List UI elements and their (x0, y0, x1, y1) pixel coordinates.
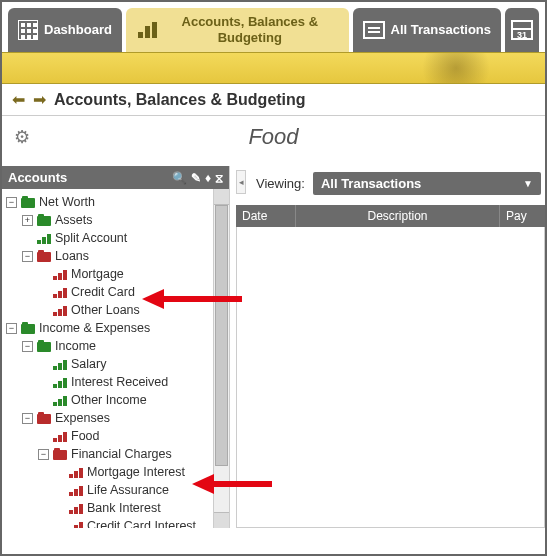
scroll-up-icon[interactable] (214, 189, 229, 205)
main-split: Accounts 🔍 ✎ ♦ ⧖ −Net Worth +Assets Spli… (2, 166, 545, 528)
account-icon (69, 503, 83, 514)
tree-node-bank-interest[interactable]: Bank Interest (2, 499, 213, 517)
viewing-dropdown[interactable]: All Transactions ▼ (313, 172, 541, 195)
account-icon (69, 485, 83, 496)
transactions-panel: ◂ Viewing: All Transactions ▼ Date Descr… (230, 166, 545, 528)
tab-label: Dashboard (44, 22, 112, 38)
account-icon (53, 269, 67, 280)
account-icon (53, 305, 67, 316)
folder-icon (21, 197, 35, 208)
grid-body (236, 227, 545, 528)
tab-label: Accounts, Balances & Budgeting (161, 14, 339, 45)
edit-icon[interactable]: ✎ (191, 171, 201, 185)
expander-icon[interactable]: + (22, 215, 33, 226)
tab-accounts-balances-budgeting[interactable]: Accounts, Balances & Budgeting (126, 8, 349, 52)
account-icon (53, 359, 67, 370)
account-icon (53, 377, 67, 388)
nav-forward-icon[interactable]: ➡ (33, 90, 46, 109)
account-icon (53, 395, 67, 406)
tree-node-income-expenses[interactable]: −Income & Expenses (2, 319, 213, 337)
content-header: ⚙ Food (2, 116, 545, 166)
viewing-row: Viewing: All Transactions ▼ (236, 166, 545, 205)
grid-icon (18, 20, 38, 40)
breadcrumb-bar: ⬅ ➡ Accounts, Balances & Budgeting (2, 84, 545, 116)
expander-icon[interactable]: − (22, 341, 33, 352)
sidebar-scrollbar[interactable] (213, 189, 229, 528)
account-icon (37, 233, 51, 244)
tab-all-transactions[interactable]: All Transactions (353, 8, 501, 52)
tree-node-mortgage[interactable]: Mortgage (2, 265, 213, 283)
breadcrumb-title: Accounts, Balances & Budgeting (54, 91, 306, 109)
accounts-tree: −Net Worth +Assets Split Account −Loans … (2, 189, 213, 528)
column-date[interactable]: Date (236, 205, 296, 227)
tree-node-net-worth[interactable]: −Net Worth (2, 193, 213, 211)
viewing-label: Viewing: (256, 176, 305, 191)
folder-icon (37, 341, 51, 352)
expander-icon[interactable]: − (22, 251, 33, 262)
viewing-value: All Transactions (321, 176, 421, 191)
scroll-thumb[interactable] (215, 205, 228, 466)
tree-node-other-loans[interactable]: Other Loans (2, 301, 213, 319)
expander-icon[interactable]: − (6, 197, 17, 208)
collapse-icon[interactable]: ⧖ (215, 171, 223, 185)
tree-node-expenses[interactable]: −Expenses (2, 409, 213, 427)
ribbon-band (2, 52, 545, 84)
tree-node-income[interactable]: −Income (2, 337, 213, 355)
folder-icon (37, 215, 51, 226)
tree-node-life-assurance[interactable]: Life Assurance (2, 481, 213, 499)
gear-icon[interactable]: ⚙ (14, 126, 30, 148)
tree-node-loans[interactable]: −Loans (2, 247, 213, 265)
expander-icon[interactable]: − (6, 323, 17, 334)
column-description[interactable]: Description (296, 205, 500, 227)
tree-node-credit-card[interactable]: Credit Card (2, 283, 213, 301)
page-title: Food (248, 124, 298, 150)
account-icon (53, 431, 67, 442)
tab-label: All Transactions (391, 22, 491, 38)
account-icon (53, 287, 67, 298)
chevron-down-icon: ▼ (523, 178, 533, 189)
tree-node-mortgage-interest[interactable]: Mortgage Interest (2, 463, 213, 481)
tree-node-salary[interactable]: Salary (2, 355, 213, 373)
tree-node-food[interactable]: Food (2, 427, 213, 445)
tree-node-assets[interactable]: +Assets (2, 211, 213, 229)
decorative-smudge (420, 53, 510, 83)
folder-icon (37, 413, 51, 424)
transactions-icon (363, 21, 385, 39)
scroll-down-icon[interactable] (214, 512, 229, 528)
tree-node-split-account[interactable]: Split Account (2, 229, 213, 247)
scroll-track[interactable] (214, 205, 229, 512)
tree-node-other-income[interactable]: Other Income (2, 391, 213, 409)
sort-icon[interactable]: ♦ (205, 171, 211, 185)
folder-icon (37, 251, 51, 262)
search-icon[interactable]: 🔍 (172, 171, 187, 185)
expander-icon[interactable]: − (22, 413, 33, 424)
account-icon (69, 521, 83, 529)
sidebar-header: Accounts 🔍 ✎ ♦ ⧖ (2, 166, 229, 189)
sidebar-title: Accounts (8, 170, 67, 185)
accounts-sidebar: Accounts 🔍 ✎ ♦ ⧖ −Net Worth +Assets Spli… (2, 166, 230, 528)
account-icon (69, 467, 83, 478)
folder-icon (53, 449, 67, 460)
top-tab-bar: Dashboard Accounts, Balances & Budgeting… (2, 2, 545, 52)
panel-collapse-handle[interactable]: ◂ (236, 170, 246, 194)
tab-calendar[interactable]: 31 (505, 8, 539, 52)
tree-node-financial-charges[interactable]: −Financial Charges (2, 445, 213, 463)
bars-icon (136, 20, 155, 40)
nav-back-icon[interactable]: ⬅ (12, 90, 25, 109)
expander-icon[interactable]: − (38, 449, 49, 460)
tree-node-credit-card-interest[interactable]: Credit Card Interest (2, 517, 213, 528)
tree-node-interest-received[interactable]: Interest Received (2, 373, 213, 391)
folder-icon (21, 323, 35, 334)
grid-header: Date Description Pay (236, 205, 545, 227)
tab-dashboard[interactable]: Dashboard (8, 8, 122, 52)
column-pay[interactable]: Pay (500, 205, 545, 227)
calendar-icon: 31 (511, 20, 533, 40)
